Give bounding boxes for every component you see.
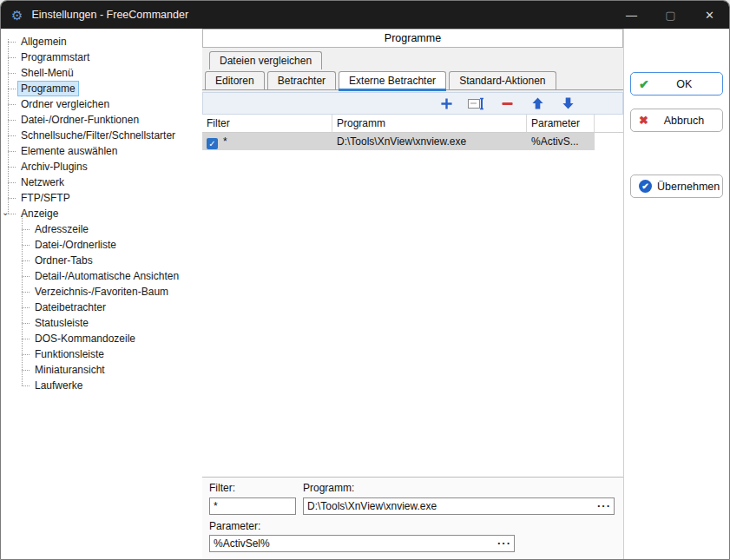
table-header: FilterProgrammParameter [202, 115, 623, 133]
column-header-parameter[interactable]: Parameter [527, 115, 595, 133]
programm-label: Programm: [303, 482, 615, 495]
sidebar-item-label: Archiv-Plugins [18, 160, 90, 174]
programm-input[interactable] [303, 497, 615, 515]
sidebar-item-anzeige[interactable]: ⌄Anzeige [1, 206, 202, 221]
main-panel: Programme Dateien vergleichen EditorenBe… [202, 29, 624, 560]
sidebar-item-ordner-tabs[interactable]: Ordner-Tabs [1, 253, 202, 268]
sidebar-item-label: Shell-Menü [18, 66, 76, 80]
cancel-button-label: Abbruch [654, 115, 714, 127]
sidebar-item-label: Laufwerke [32, 379, 85, 392]
programm-input-wrap: ··· [303, 497, 615, 515]
column-header-programm[interactable]: Programm [332, 115, 527, 133]
maximize-button[interactable]: ▢ [651, 1, 690, 29]
parameter-label: Parameter: [209, 520, 615, 533]
sidebar-item-label: Allgemein [18, 35, 69, 49]
page-title: Programme [202, 29, 623, 48]
window-title: Einstellungen - FreeCommander [31, 9, 612, 21]
sidebar-item-label: Adresszeile [32, 222, 91, 236]
sidebar-item-label: Miniaturansicht [32, 363, 108, 377]
sidebar-item-verzeichnis-favoriten-baum[interactable]: Verzeichnis-/Favoriten-Baum [1, 284, 202, 300]
browse-programm-button[interactable]: ··· [597, 498, 611, 514]
browse-parameter-button[interactable]: ··· [497, 536, 511, 551]
sidebar-item-miniaturansicht[interactable]: Miniaturansicht [1, 362, 202, 378]
parameter-input-wrap: ··· [209, 535, 515, 552]
sidebar-item-label: Netzwerk [18, 175, 67, 189]
sidebar-item-label: Dateibetrachter [32, 300, 109, 314]
gear-icon: ⚙ [11, 9, 23, 22]
sidebar-item-label: Statusleiste [32, 316, 91, 330]
table-body: ✓*D:\Tools\XnView\xnview.exe%ActivS... [202, 133, 623, 477]
edit-form: Filter: Programm: ··· Parameter: ··· [202, 477, 623, 560]
sidebar-item-datei-ordner-funktionen[interactable]: Datei-/Ordner-Funktionen [1, 112, 202, 128]
sidebar-item-elemente-ausw-hlen[interactable]: Elemente auswählen [1, 143, 202, 159]
sidebar-item-schnellsuche-filter-schnellstarter[interactable]: Schnellsuche/Filter/Schnellstarter [1, 128, 202, 143]
filter-input-wrap [209, 497, 296, 515]
row-checkbox[interactable]: ✓ [207, 138, 218, 149]
tab-standard-aktionen[interactable]: Standard-Aktionen [449, 71, 556, 89]
rename-icon[interactable] [467, 95, 486, 112]
list-toolbar [202, 92, 623, 115]
sidebar-item-detail-automatische-ansichten[interactable]: Detail-/Automatische Ansichten [1, 268, 202, 284]
sidebar-item-label: Funktionsleiste [32, 347, 107, 361]
parameter-input[interactable] [209, 535, 515, 552]
cross-icon: ✖ [639, 114, 648, 127]
titlebar: ⚙ Einstellungen - FreeCommander — ▢ ✕ [1, 1, 729, 29]
cell-parameter: %ActivS... [527, 133, 595, 150]
table-row[interactable]: ✓*D:\Tools\XnView\xnview.exe%ActivS... [202, 133, 623, 150]
sidebar-item-funktionsleiste[interactable]: Funktionsleiste [1, 346, 202, 362]
cell-spacer [595, 133, 623, 150]
sidebar-item-label: Ordner vergleichen [18, 97, 112, 111]
remove-icon[interactable] [497, 95, 516, 112]
filter-input[interactable] [209, 497, 296, 515]
move-down-icon[interactable] [558, 95, 577, 112]
chevron-down-icon[interactable]: ⌄ [2, 208, 9, 217]
sidebar-item-label: Verzeichnis-/Favoriten-Baum [32, 285, 171, 299]
tabs-row-1: Dateien vergleichen [202, 49, 623, 69]
apply-button[interactable]: ✔ Übernehmen [630, 175, 723, 198]
sidebar-item-label: DOS-Kommandozeile [32, 332, 138, 346]
minimize-button[interactable]: — [612, 1, 651, 29]
sidebar-item-dateibetrachter[interactable]: Dateibetrachter [1, 300, 202, 315]
cancel-button[interactable]: ✖ Abbruch [630, 109, 723, 132]
sidebar-item-netzwerk[interactable]: Netzwerk [1, 175, 202, 190]
sidebar-item-label: Programme [18, 82, 78, 96]
sidebar-item-label: Datei-/Ordnerliste [32, 238, 119, 252]
sidebar-item-label: Ordner-Tabs [32, 254, 95, 267]
sidebar-item-programme[interactable]: Programme [1, 81, 202, 96]
tab-externe-betrachter[interactable]: Externe Betrachter [339, 71, 446, 89]
sidebar-item-label: Programmstart [18, 50, 92, 64]
sidebar-item-allgemein[interactable]: Allgemein [1, 34, 202, 49]
sidebar-item-programmstart[interactable]: Programmstart [1, 49, 202, 65]
ok-button-label: OK [654, 78, 714, 90]
column-header-filter[interactable]: Filter [202, 115, 332, 133]
sidebar-item-datei-ordnerliste[interactable]: Datei-/Ordnerliste [1, 237, 202, 253]
sidebar-item-adresszeile[interactable]: Adresszeile [1, 221, 202, 237]
sidebar-item-label: Detail-/Automatische Ansichten [32, 269, 181, 283]
sidebar-item-label: FTP/SFTP [18, 191, 73, 205]
sidebar-item-shell-men[interactable]: Shell-Menü [1, 65, 202, 81]
add-icon[interactable] [437, 95, 456, 112]
sidebar-item-ftp-sftp[interactable]: FTP/SFTP [1, 190, 202, 206]
sidebar-item-laufwerke[interactable]: Laufwerke [1, 378, 202, 393]
sidebar-item-archiv-plugins[interactable]: Archiv-Plugins [1, 159, 202, 175]
cell-filter: ✓* [202, 133, 332, 150]
move-up-icon[interactable] [528, 95, 547, 112]
action-column: ✔ OK ✖ Abbruch ✔ Übernehmen [625, 29, 730, 560]
sidebar-item-ordner-vergleichen[interactable]: Ordner vergleichen [1, 96, 202, 112]
ok-button[interactable]: ✔ OK [630, 72, 723, 96]
sidebar-item-dos-kommandozeile[interactable]: DOS-Kommandozeile [1, 331, 202, 346]
apply-check-icon: ✔ [639, 180, 652, 193]
sidebar-item-statusleiste[interactable]: Statusleiste [1, 315, 202, 331]
close-button[interactable]: ✕ [690, 1, 729, 29]
tabs-row-2: EditorenBetrachterExterne BetrachterStan… [202, 69, 623, 90]
column-header-spacer [595, 115, 623, 133]
cell-programm: D:\Tools\XnView\xnview.exe [332, 133, 527, 150]
settings-window: ⚙ Einstellungen - FreeCommander — ▢ ✕ Al… [0, 0, 730, 560]
tab-editoren[interactable]: Editoren [205, 71, 265, 89]
sidebar-item-label: Anzeige [18, 207, 61, 221]
filter-label: Filter: [209, 482, 296, 495]
tab-dateien-vergleichen[interactable]: Dateien vergleichen [209, 51, 322, 69]
sidebar-item-label: Datei-/Ordner-Funktionen [18, 113, 141, 127]
sidebar-item-label: Elemente auswählen [18, 144, 120, 158]
tab-betrachter[interactable]: Betrachter [267, 71, 336, 89]
